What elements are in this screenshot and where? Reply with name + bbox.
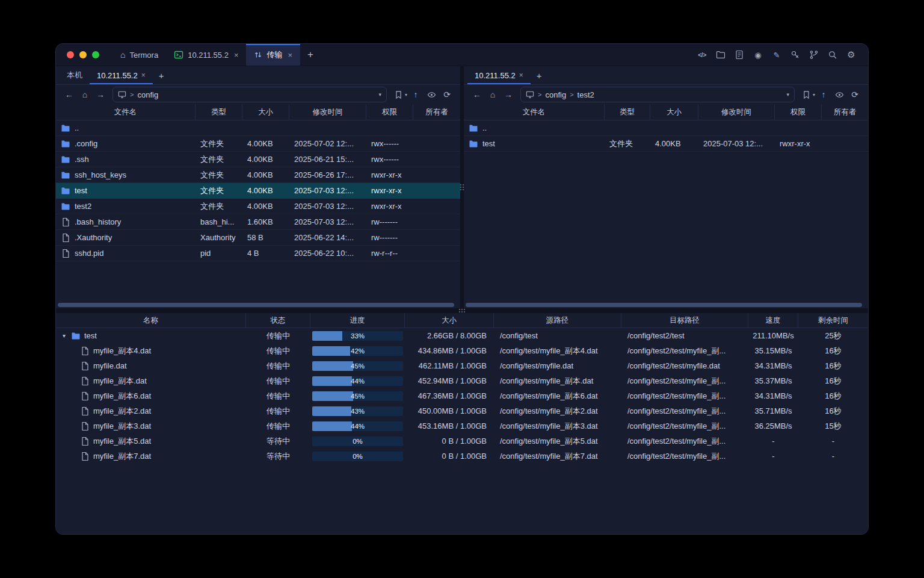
home-button[interactable]: ⌂ bbox=[485, 87, 500, 102]
transfer-row[interactable]: myfile.dat 传输中 45% 462.11MB / 1.00GB /co… bbox=[56, 358, 868, 373]
transfer-progress-cell: 45% bbox=[310, 361, 405, 371]
titlebar[interactable]: ⌂ Termora 10.211.55.2 × bbox=[56, 44, 868, 66]
home-button[interactable]: ⌂ bbox=[78, 87, 92, 102]
zoom-window-button[interactable] bbox=[92, 51, 99, 58]
bookmark-dropdown-icon[interactable]: ▾ bbox=[813, 92, 815, 98]
close-tab-icon[interactable]: × bbox=[519, 71, 523, 79]
breadcrumb-segment[interactable]: > config bbox=[538, 90, 566, 99]
port-forwarding-button[interactable] bbox=[807, 48, 821, 62]
column-header-speed[interactable]: 速度 bbox=[748, 313, 798, 328]
column-header-size[interactable]: 大小 bbox=[405, 313, 494, 328]
column-header-owner[interactable]: 所有者 bbox=[822, 104, 868, 120]
file-row[interactable]: test2 文件夹 4.00KB 2025-07-03 12:... rwxr-… bbox=[56, 199, 460, 214]
transfer-row[interactable]: myfile_副本.dat 传输中 44% 452.94MB / 1.00GB … bbox=[56, 373, 868, 388]
forward-button[interactable]: → bbox=[93, 87, 108, 102]
breadcrumb-segment[interactable]: > test2 bbox=[570, 90, 594, 99]
minimize-window-button[interactable] bbox=[79, 51, 87, 58]
file-row[interactable]: .Xauthority Xauthority 58 B 2025-06-22 1… bbox=[56, 230, 460, 246]
file-row[interactable]: sshd.pid pid 4 B 2025-06-22 10:... rw-r-… bbox=[56, 246, 460, 261]
column-header-name[interactable]: 名称 bbox=[56, 313, 246, 328]
code-snippets-button[interactable]: </> bbox=[695, 48, 709, 62]
refresh-button[interactable]: ⟳ bbox=[440, 87, 454, 102]
column-header-progress[interactable]: 进度 bbox=[310, 313, 405, 328]
transfer-icon bbox=[254, 51, 262, 59]
show-hidden-button[interactable] bbox=[832, 87, 846, 102]
file-row[interactable]: .config 文件夹 4.00KB 2025-07-02 12:... rwx… bbox=[56, 136, 460, 152]
file-row[interactable]: test 文件夹 4.00KB 2025-07-03 12:... rwxr-x… bbox=[56, 183, 460, 199]
parent-directory-button[interactable]: ↑ bbox=[408, 87, 423, 102]
file-row[interactable]: .. bbox=[464, 120, 868, 136]
chevron-down-icon[interactable]: ▾ bbox=[786, 92, 789, 98]
close-tab-icon[interactable]: × bbox=[141, 71, 146, 79]
breadcrumb-segment[interactable]: > config bbox=[130, 90, 158, 99]
column-header-type[interactable]: 类型 bbox=[605, 104, 650, 120]
column-header-type[interactable]: 类型 bbox=[196, 104, 242, 120]
bookmark-button[interactable] bbox=[799, 87, 814, 102]
column-header-source[interactable]: 源路径 bbox=[494, 313, 621, 328]
panel-tab[interactable]: 10.211.55.2 × bbox=[90, 66, 153, 84]
keys-button[interactable] bbox=[788, 48, 802, 62]
panel-tab[interactable]: 10.211.55.2 × bbox=[467, 66, 531, 84]
parent-directory-button[interactable]: ↑ bbox=[816, 87, 831, 102]
forward-button[interactable]: → bbox=[501, 87, 516, 102]
transfer-row[interactable]: myfile_副本2.dat 传输中 43% 450.00MB / 1.00GB… bbox=[56, 403, 868, 418]
scrollbar-thumb[interactable] bbox=[466, 303, 862, 307]
column-header-filename[interactable]: 文件名 bbox=[56, 104, 196, 120]
column-header-perm[interactable]: 权限 bbox=[366, 104, 413, 120]
sftp-button[interactable] bbox=[713, 48, 728, 62]
column-header-size[interactable]: 大小 bbox=[650, 104, 698, 120]
column-header-owner[interactable]: 所有者 bbox=[413, 104, 460, 120]
window-tab[interactable]: 传输 × bbox=[246, 44, 300, 66]
record-button[interactable]: ◉ bbox=[751, 48, 765, 62]
file-row[interactable]: .ssh 文件夹 4.00KB 2025-06-21 15:... rwx---… bbox=[56, 152, 460, 167]
show-hidden-button[interactable] bbox=[424, 87, 439, 102]
log-button[interactable] bbox=[732, 48, 747, 62]
file-row[interactable]: ssh_host_keys 文件夹 4.00KB 2025-06-26 17:.… bbox=[56, 167, 460, 183]
search-button[interactable] bbox=[825, 48, 840, 62]
column-header-eta[interactable]: 剩余时间 bbox=[798, 313, 868, 328]
transfer-row[interactable]: ▾ test 传输中 33% 2.66GB / 8.00GB /config/t… bbox=[56, 328, 868, 343]
back-button[interactable]: ← bbox=[62, 87, 76, 102]
transfer-row[interactable]: myfile_副本5.dat 等待中 0% 0 B / 1.00GB /conf… bbox=[56, 434, 868, 449]
transfer-row[interactable]: myfile_副本6.dat 传输中 45% 467.36MB / 1.00GB… bbox=[56, 388, 868, 403]
transfer-row[interactable]: myfile_副本4.dat 传输中 42% 434.86MB / 1.00GB… bbox=[56, 343, 868, 358]
file-row[interactable]: .bash_history bash_hi... 1.60KB 2025-07-… bbox=[56, 214, 460, 230]
transfer-row[interactable]: myfile_副本3.dat 传输中 44% 453.16MB / 1.00GB… bbox=[56, 418, 868, 434]
new-panel-tab-button[interactable]: + bbox=[531, 66, 548, 84]
close-tab-icon[interactable]: × bbox=[234, 51, 239, 60]
horizontal-scrollbar[interactable] bbox=[466, 303, 866, 307]
column-header-target[interactable]: 目标路径 bbox=[621, 313, 748, 328]
path-breadcrumb[interactable]: > config > test2 ▾ bbox=[520, 87, 795, 102]
expander-icon[interactable]: ▾ bbox=[61, 332, 67, 339]
new-panel-tab-button[interactable]: + bbox=[153, 66, 170, 84]
horizontal-splitter[interactable] bbox=[56, 308, 868, 313]
scrollbar-thumb[interactable] bbox=[58, 303, 454, 307]
horizontal-scrollbar[interactable] bbox=[58, 303, 458, 307]
column-header-status[interactable]: 状态 bbox=[246, 313, 310, 328]
refresh-button[interactable]: ⟳ bbox=[848, 87, 862, 102]
file-row[interactable]: .. bbox=[56, 120, 460, 136]
chevron-down-icon[interactable]: ▾ bbox=[378, 92, 381, 98]
transfer-status: 等待中 bbox=[246, 451, 310, 462]
transfer-row[interactable]: myfile_副本7.dat 等待中 0% 0 B / 1.00GB /conf… bbox=[56, 449, 868, 464]
window-tab[interactable]: 10.211.55.2 × bbox=[166, 44, 246, 66]
close-window-button[interactable] bbox=[67, 51, 74, 58]
edit-button[interactable]: ✎ bbox=[769, 48, 784, 62]
file-row[interactable]: test 文件夹 4.00KB 2025-07-03 12:... rwxr-x… bbox=[464, 136, 868, 152]
bookmark-button[interactable] bbox=[392, 87, 406, 102]
back-button[interactable]: ← bbox=[470, 87, 484, 102]
path-breadcrumb[interactable]: > config ▾ bbox=[112, 87, 387, 102]
settings-button[interactable]: ⚙ bbox=[844, 48, 858, 62]
new-window-tab-button[interactable]: + bbox=[300, 44, 321, 66]
column-header-perm[interactable]: 权限 bbox=[775, 104, 822, 120]
column-header-filename[interactable]: 文件名 bbox=[464, 104, 605, 120]
close-tab-icon[interactable]: × bbox=[288, 51, 292, 60]
panel-tab[interactable]: 本机 bbox=[60, 66, 90, 84]
file-icon bbox=[80, 406, 90, 416]
column-header-mtime[interactable]: 修改时间 bbox=[698, 104, 775, 120]
bookmark-dropdown-icon[interactable]: ▾ bbox=[405, 92, 407, 98]
file-type: pid bbox=[196, 249, 242, 258]
column-header-size[interactable]: 大小 bbox=[242, 104, 289, 120]
window-tab[interactable]: ⌂ Termora bbox=[112, 44, 166, 66]
column-header-mtime[interactable]: 修改时间 bbox=[289, 104, 366, 120]
